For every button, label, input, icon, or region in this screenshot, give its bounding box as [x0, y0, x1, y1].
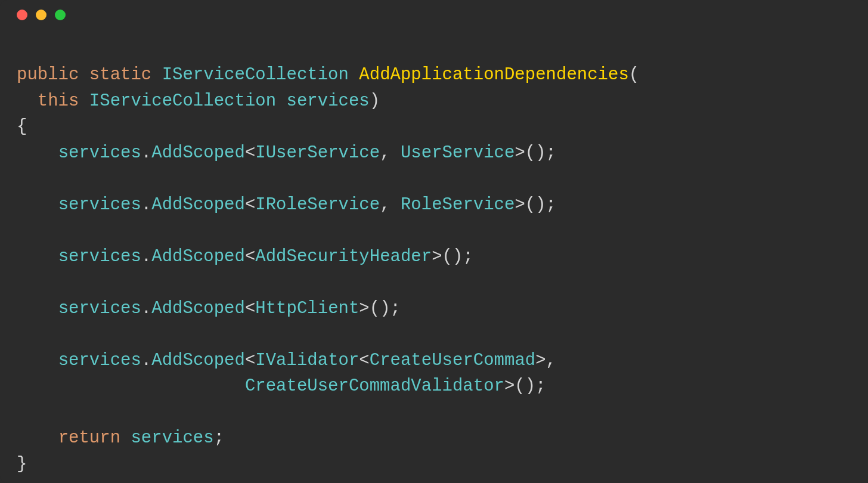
call-end: (); — [525, 143, 556, 163]
code-line-8: services.AddScoped<AddSecurityHeader>(); — [17, 244, 851, 270]
generic-type-1: IRoleService — [255, 195, 380, 215]
param-type: IServiceCollection — [89, 91, 276, 111]
blank-line — [17, 400, 851, 426]
indent — [17, 428, 58, 448]
code-line-6: services.AddScoped<IRoleService, RoleSer… — [17, 192, 851, 218]
comma: , — [546, 351, 556, 370]
semicolon: ; — [214, 428, 224, 448]
less-than: < — [245, 143, 255, 163]
code-line-3: { — [17, 114, 851, 140]
dot: . — [141, 247, 151, 267]
comma: , — [380, 195, 401, 215]
greater-than: > — [432, 247, 442, 267]
open-paren: ( — [629, 65, 639, 85]
indent — [17, 247, 58, 267]
addscoped-method: AddScoped — [151, 143, 245, 163]
addscoped-method: AddScoped — [151, 299, 245, 318]
less-than-nested: < — [359, 351, 369, 370]
services-var: services — [58, 351, 141, 370]
services-var: services — [58, 195, 141, 215]
generic-type-2: UserService — [401, 143, 514, 163]
keyword-this: this — [38, 91, 79, 111]
addscoped-method: AddScoped — [151, 195, 245, 215]
dot: . — [141, 299, 151, 318]
services-var: services — [58, 143, 141, 163]
code-line-13: CreateUserCommadValidator>(); — [17, 373, 851, 400]
keyword-return: return — [58, 428, 120, 448]
call-end: (); — [525, 195, 556, 215]
generic-type-2: RoleService — [401, 195, 514, 215]
greater-than-nested: > — [535, 351, 545, 370]
code-window: public static IServiceCollection AddAppl… — [0, 0, 868, 483]
less-than: < — [245, 299, 255, 318]
open-brace: { — [17, 117, 27, 137]
generic-type-1: HttpClient — [255, 299, 359, 318]
less-than: < — [245, 195, 255, 215]
indent — [17, 299, 58, 318]
less-than: < — [245, 351, 255, 370]
dot: . — [141, 143, 151, 163]
addscoped-method: AddScoped — [151, 351, 245, 370]
blank-line — [17, 270, 851, 296]
greater-than: > — [504, 376, 514, 396]
keyword-static: static — [89, 65, 151, 85]
code-line-12: services.AddScoped<IValidator<CreateUser… — [17, 348, 851, 374]
space — [120, 428, 131, 448]
blank-line — [17, 218, 851, 244]
close-paren: ) — [370, 91, 380, 111]
return-type: IServiceCollection — [162, 65, 349, 85]
minimize-icon[interactable] — [36, 10, 46, 20]
generic-type-1: IUserService — [255, 143, 380, 163]
generic-type-nested: CreateUserCommad — [370, 351, 535, 370]
dot: . — [141, 195, 151, 215]
titlebar — [0, 0, 868, 30]
code-line-16: } — [17, 451, 851, 478]
code-line-4: services.AddScoped<IUserService, UserSer… — [17, 140, 851, 166]
param-name: services — [287, 91, 370, 111]
call-end: (); — [514, 376, 545, 396]
comma: , — [380, 143, 401, 163]
return-var: services — [131, 428, 213, 448]
addscoped-method: AddScoped — [151, 247, 245, 267]
close-brace: } — [17, 454, 27, 474]
less-than: < — [245, 247, 255, 267]
greater-than: > — [514, 195, 525, 215]
indent — [17, 376, 245, 396]
generic-type-2: CreateUserCommadValidator — [245, 376, 504, 396]
indent — [17, 195, 58, 215]
indent — [17, 143, 58, 163]
generic-type-1: AddSecurityHeader — [255, 247, 432, 267]
code-line-10: services.AddScoped<HttpClient>(); — [17, 296, 851, 322]
code-editor: public static IServiceCollection AddAppl… — [0, 30, 868, 477]
keyword-public: public — [17, 65, 79, 85]
greater-than: > — [514, 143, 525, 163]
code-line-2: this IServiceCollection services) — [17, 88, 851, 114]
code-line-15: return services; — [17, 425, 851, 451]
greater-than: > — [359, 299, 369, 318]
indent — [17, 91, 38, 111]
call-end: (); — [370, 299, 401, 318]
services-var: services — [58, 247, 141, 267]
services-var: services — [58, 299, 141, 318]
indent — [17, 351, 58, 370]
blank-line — [17, 321, 851, 348]
generic-type-1: IValidator — [255, 351, 359, 370]
method-name: AddApplicationDependencies — [359, 65, 628, 85]
maximize-icon[interactable] — [55, 10, 66, 20]
dot: . — [141, 351, 151, 370]
call-end: (); — [442, 247, 473, 267]
close-icon[interactable] — [17, 10, 27, 20]
code-line-1: public static IServiceCollection AddAppl… — [17, 62, 851, 88]
blank-line — [17, 166, 851, 192]
